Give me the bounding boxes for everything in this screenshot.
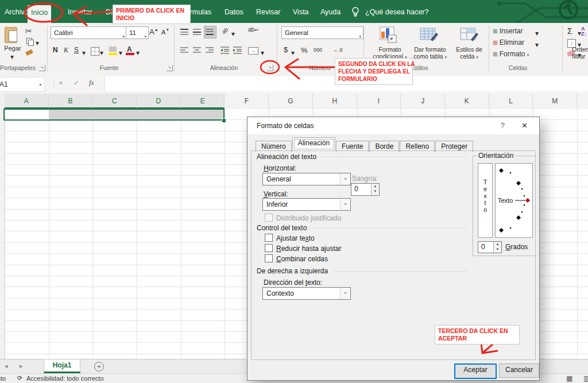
comma-style-button[interactable]: 000 (314, 47, 322, 53)
format-cells-button[interactable]: ⊞ Formato ▾ (493, 50, 529, 58)
column-header-A[interactable]: A (5, 94, 49, 109)
currency-button[interactable]: $ (284, 45, 288, 54)
normal-view-icon[interactable]: ▦ (566, 374, 572, 382)
orientation-button[interactable]: ab (220, 26, 230, 36)
increase-decimal-button[interactable]: ←.0 (333, 47, 343, 53)
decrease-indent-icon[interactable] (220, 47, 230, 54)
font-size-combo[interactable]: 11▾ (126, 26, 149, 39)
ribbon-tab-insertar[interactable]: Insertar (64, 5, 95, 20)
close-icon[interactable]: ✕ (521, 121, 528, 130)
bold-button[interactable]: N (53, 46, 58, 54)
align-center-icon[interactable] (192, 47, 203, 54)
paste-label[interactable]: Pegar (1, 45, 24, 52)
name-box[interactable]: A1 ▾ (0, 77, 45, 92)
delete-cells-button[interactable]: ⊞ Eliminar (493, 38, 524, 47)
align-right-icon[interactable] (205, 47, 215, 54)
vertical-combo[interactable]: Inferior˅ (262, 198, 351, 211)
column-header-F[interactable]: F (225, 94, 269, 109)
align-left-icon[interactable] (180, 47, 190, 54)
title-bar: ArchivoInicioInsertarDisposiciónFórmulas… (0, 0, 588, 23)
grow-font-button[interactable]: A▲ (149, 28, 158, 36)
name-box-splitter[interactable]: ⋮ (51, 80, 57, 87)
degrees-spinner[interactable]: 0▲▼ (478, 241, 502, 253)
paste-button[interactable] (5, 26, 20, 44)
page-layout-view-icon[interactable]: ▥ (583, 374, 588, 382)
column-header-L[interactable]: L (489, 94, 533, 109)
alignment-dialog-launcher[interactable]: ↘ (267, 65, 273, 71)
insert-cells-button[interactable]: ⊞ Insertar (493, 27, 523, 35)
column-header-C[interactable]: C (92, 94, 137, 109)
enter-icon[interactable]: ✓ (74, 79, 79, 87)
accessibility-icon[interactable]: ⟳ (17, 374, 22, 382)
next-sheet-arrow[interactable]: ▸ (20, 362, 23, 370)
text-direction-combo[interactable]: Contexto˅ (262, 287, 351, 300)
font-dialog-launcher[interactable]: ↘ (167, 65, 173, 71)
column-header-G[interactable]: G (269, 94, 313, 109)
borders-button[interactable] (91, 47, 99, 56)
shrink-font-button[interactable]: A▼ (161, 28, 169, 36)
row-headers[interactable] (0, 109, 5, 359)
dialog-title-bar[interactable]: Formato de celdas ? ✕ (247, 117, 539, 134)
help-icon[interactable]: ? (501, 121, 505, 130)
column-header-B[interactable]: B (49, 94, 93, 109)
align-bottom-selected[interactable] (204, 26, 216, 38)
cell-styles-button[interactable]: Estilos decelda ▾ (451, 46, 487, 61)
sort-filter-button[interactable]: Ordenar yfiltrar (572, 46, 588, 60)
vertical-text-box[interactable]: Texto (478, 163, 493, 238)
tell-me-box[interactable]: ¿Qué desea hacer? (362, 5, 432, 20)
sort-filter-icon[interactable]: AZ↓ (581, 26, 587, 37)
column-header-H[interactable]: H (313, 94, 357, 109)
column-header-N[interactable]: N (577, 94, 588, 109)
number-format-combo[interactable]: General▾ (281, 26, 363, 39)
format-as-table-icon (419, 26, 439, 44)
ribbon-tab-ayuda[interactable]: Ayuda (317, 5, 344, 20)
fill-handle[interactable] (222, 118, 226, 123)
ribbon-tab-datos[interactable]: Datos (221, 5, 247, 20)
shrink-to-fit-checkbox[interactable]: Reducir hasta ajustar (265, 244, 341, 253)
column-header-J[interactable]: J (401, 94, 445, 109)
ok-button[interactable]: Aceptar (454, 363, 497, 379)
align-middle-icon[interactable] (192, 28, 203, 36)
text-direction-label: Dirección del texto: (264, 278, 322, 287)
format-as-table-button[interactable]: Dar formatocomo tabla ▾ (410, 46, 450, 61)
ribbon-tab-revisar[interactable]: Revisar (253, 5, 284, 20)
horizontal-combo[interactable]: General˅ (262, 173, 351, 185)
merge-center-button[interactable]: ↔ (248, 47, 258, 55)
font-color-bar (126, 53, 134, 55)
autosum-button[interactable]: Σ (567, 26, 572, 36)
wrap-text-button[interactable]: ab↵ (248, 26, 259, 33)
column-header-D[interactable]: D (137, 94, 181, 109)
column-header-M[interactable]: M (533, 94, 577, 109)
percent-button[interactable]: % (301, 46, 308, 55)
prev-sheet-arrow[interactable]: ◂ (5, 362, 8, 370)
ribbon-tab-inicio[interactable]: Inicio (28, 5, 51, 23)
dialog-tab-alineación[interactable]: Alineación (292, 137, 335, 151)
cancel-icon[interactable]: × (59, 79, 63, 87)
column-header-I[interactable]: I (357, 94, 401, 109)
selection-border (3, 109, 225, 121)
orientation-dial[interactable]: Texto (495, 163, 533, 238)
italic-button[interactable]: K (64, 46, 68, 55)
font-name-combo[interactable]: Calibri▾ (51, 26, 127, 39)
column-header-E[interactable]: E (181, 94, 225, 109)
font-color-button[interactable]: A (127, 45, 132, 53)
column-header-K[interactable]: K (445, 94, 489, 109)
cut-icon[interactable]: ✂ (25, 26, 32, 36)
wrap-text-checkbox[interactable]: Ajustar texto (265, 234, 315, 242)
align-top-icon[interactable] (180, 28, 190, 36)
new-sheet-button[interactable]: + (94, 362, 104, 372)
dial-text-label: Texto (498, 197, 513, 204)
accessibility-status[interactable]: Accesibilidad: todo correcto (26, 375, 104, 382)
ribbon-tab-vista[interactable]: Vista (289, 5, 312, 20)
clipboard-dialog-launcher[interactable]: ↘ (39, 65, 45, 71)
format-painter-icon[interactable] (25, 49, 33, 56)
cancel-button[interactable]: Cancelar (499, 363, 539, 378)
increase-indent-icon[interactable] (233, 47, 243, 54)
fill-color-icon[interactable] (109, 47, 117, 52)
insert-function-icon[interactable]: fx (89, 79, 94, 87)
indent-spinner[interactable]: 0▲▼ (351, 183, 380, 196)
sheet-tab-hoja1[interactable]: Hoja1 (44, 359, 80, 373)
merge-cells-checkbox[interactable]: Combinar celdas (265, 254, 328, 263)
underline-button[interactable]: S (74, 46, 79, 54)
orientation-group: Orientación Texto Texto 0 (473, 152, 536, 256)
